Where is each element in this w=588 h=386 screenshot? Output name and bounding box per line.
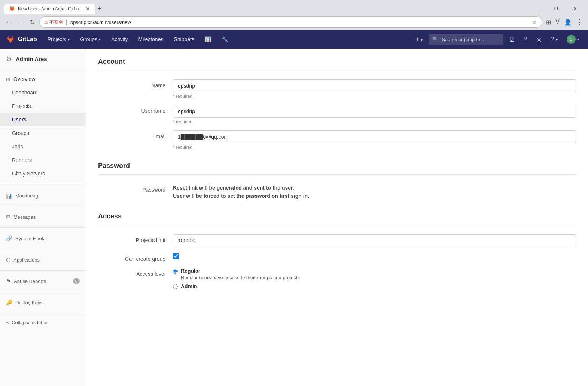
username-form-group: Username * required <box>98 105 576 124</box>
browser-addressbar: ← → ↻ ⚠ 不安全 | opsdrip.cn/admin/users/new… <box>0 14 588 30</box>
bookmark-button[interactable]: ☆ <box>531 18 537 26</box>
profile-button[interactable]: V <box>555 18 560 26</box>
password-title: Password <box>98 162 576 175</box>
sidebar-item-system-hooks[interactable]: 🔗 System Hooks <box>0 232 86 244</box>
new-tab-button[interactable]: + <box>95 3 105 14</box>
sidebar-abuse-reports-section: ⚑ Abuse Reports 0 <box>0 272 86 290</box>
gitlab-header: GitLab Projects ▾ Groups ▾ Activity Mile… <box>0 30 588 49</box>
nav-milestones[interactable]: Milestones <box>134 33 168 45</box>
sidebar-item-users[interactable]: Users <box>0 113 86 126</box>
sidebar-collapse-button[interactable]: « Collapse sidebar <box>0 315 86 330</box>
sidebar-item-dashboard[interactable]: Dashboard <box>0 86 86 99</box>
name-input[interactable] <box>173 79 576 92</box>
address-icons: ☆ <box>531 18 537 26</box>
chevron-down-icon: ▾ <box>68 37 70 42</box>
email-input-wrapper: * required <box>173 130 576 150</box>
refresh-button[interactable]: ↻ <box>28 17 36 27</box>
sidebar-item-deploy-keys[interactable]: 🔑 Deploy Keys <box>0 296 86 308</box>
sidebar-item-applications[interactable]: ⬡ Applications <box>0 254 86 266</box>
password-form-group: Password Reset link will be generated an… <box>98 184 576 200</box>
tab-close-button[interactable]: ✕ <box>86 6 90 12</box>
search-box[interactable]: 🔍 Search or jump to... <box>429 34 503 45</box>
account-section: Account Name * required Username * requi… <box>98 58 576 150</box>
can-create-group-form-group: Can create group <box>98 253 576 262</box>
nav-groups[interactable]: Groups ▾ <box>76 33 105 45</box>
sidebar: ⚙ Admin Area ⊞ Overview Dashboard Projec… <box>0 49 86 386</box>
sidebar-item-jobs[interactable]: Jobs <box>0 140 86 153</box>
user-avatar-button[interactable]: O ▾ <box>564 32 582 47</box>
password-section: Password Password Reset link will be gen… <box>98 162 576 200</box>
help-button[interactable]: ? ▾ <box>548 33 560 46</box>
username-input[interactable] <box>173 105 576 118</box>
nav-projects[interactable]: Projects ▾ <box>43 33 74 45</box>
sidebar-item-messages[interactable]: ✉ Messages <box>0 211 86 223</box>
sidebar-divider-6 <box>0 292 86 292</box>
email-label: Email <box>98 130 173 139</box>
name-form-group: Name * required <box>98 79 576 99</box>
admin-area-icon: ⚙ <box>6 55 12 63</box>
sidebar-item-overview[interactable]: ⊞ Overview <box>0 72 86 86</box>
address-url: opsdrip.cn/admin/users/new <box>70 19 528 25</box>
plus-button[interactable]: + ▾ <box>412 33 426 46</box>
forward-button[interactable]: → <box>16 17 25 27</box>
sidebar-item-groups[interactable]: Groups <box>0 126 86 140</box>
minimize-button[interactable]: — <box>529 3 546 14</box>
merge-request-button[interactable]: ⑂ <box>521 33 530 46</box>
messages-icon: ✉ <box>6 214 10 220</box>
security-warning: ⚠ 不安全 <box>44 19 63 25</box>
name-required-hint: * required <box>173 94 576 99</box>
back-button[interactable]: ← <box>4 17 13 27</box>
can-create-group-checkbox[interactable] <box>173 253 179 259</box>
admin-radio[interactable] <box>173 284 178 289</box>
browser-tabs: 🦊 New User · Admin Area · GitLa... ✕ + <box>4 3 526 14</box>
sidebar-monitoring-section: 📊 Monitoring <box>0 187 86 205</box>
password-info: Reset link will be generated and sent to… <box>173 184 576 200</box>
address-bar[interactable]: ⚠ 不安全 | opsdrip.cn/admin/users/new ☆ <box>39 16 542 28</box>
abuse-reports-icon: ⚑ <box>6 278 11 284</box>
password-info-wrapper: Reset link will be generated and sent to… <box>173 184 576 200</box>
sidebar-item-gitaly-servers[interactable]: Gitaly Servers <box>0 167 86 180</box>
sidebar-item-abuse-reports[interactable]: ⚑ Abuse Reports 0 <box>0 275 86 287</box>
sidebar-item-monitoring[interactable]: 📊 Monitoring <box>0 190 86 202</box>
chevron-down-icon: ▾ <box>556 38 558 42</box>
sidebar-overview-section: ⊞ Overview Dashboard Projects Users Grou… <box>0 69 86 183</box>
access-section: Access Projects limit Can create group <box>98 212 576 289</box>
can-create-group-label: Can create group <box>98 253 173 262</box>
menu-button[interactable]: ⋮ <box>575 17 584 27</box>
gitlab-logo[interactable]: GitLab <box>6 35 37 44</box>
system-hooks-icon: 🔗 <box>6 235 12 241</box>
nav-settings[interactable]: 🔧 <box>217 33 232 45</box>
sidebar-messages-section: ✉ Messages <box>0 208 86 226</box>
browser-tab[interactable]: 🦊 New User · Admin Area · GitLa... ✕ <box>4 4 95 14</box>
monitoring-icon: 📊 <box>6 193 12 199</box>
nav-stats[interactable]: 📊 <box>200 33 216 45</box>
collapse-icon: « <box>6 320 9 325</box>
close-button[interactable]: ✕ <box>566 3 584 14</box>
profile-avatar-button[interactable]: 👤 <box>563 18 572 27</box>
sidebar-header: ⚙ Admin Area <box>0 49 86 69</box>
access-level-wrapper: Regular Regular users have access to the… <box>173 268 576 289</box>
nav-snippets[interactable]: Snippets <box>169 33 198 45</box>
projects-limit-label: Projects limit <box>98 234 173 243</box>
restore-button[interactable]: ❐ <box>548 3 565 14</box>
sidebar-divider-3 <box>0 227 86 228</box>
email-input[interactable] <box>173 130 576 143</box>
projects-limit-input[interactable] <box>173 234 576 247</box>
browser-window: 🦊 New User · Admin Area · GitLa... ✕ + —… <box>0 0 588 30</box>
account-title: Account <box>98 58 576 70</box>
monitoring-label: Monitoring <box>15 193 38 199</box>
sidebar-item-runners[interactable]: Runners <box>0 153 86 167</box>
projects-limit-form-group: Projects limit <box>98 234 576 247</box>
can-create-group-checkbox-wrapper <box>173 253 576 259</box>
sidebar-item-projects[interactable]: Projects <box>0 99 86 113</box>
regular-radio[interactable] <box>173 269 178 274</box>
issues-button[interactable]: ◎ <box>533 33 545 46</box>
header-nav: Projects ▾ Groups ▾ Activity Milestones … <box>43 33 232 45</box>
access-title: Access <box>98 212 576 225</box>
extensions-button[interactable]: ⊞ <box>545 18 552 27</box>
applications-icon: ⬡ <box>6 257 10 263</box>
content-area: Account Name * required Username * requi… <box>86 49 588 386</box>
nav-activity[interactable]: Activity <box>107 33 132 45</box>
todo-button[interactable]: ☑ <box>506 33 518 46</box>
chevron-down-icon: ▾ <box>421 38 423 42</box>
